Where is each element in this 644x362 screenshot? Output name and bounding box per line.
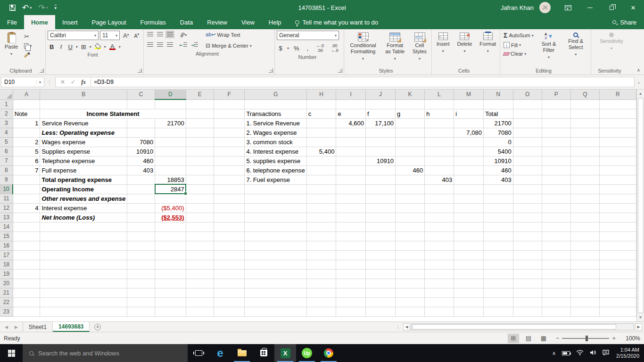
cell-C7[interactable]: 460 — [127, 156, 155, 165]
cell-C6[interactable]: 10910 — [127, 147, 155, 156]
cell-B22[interactable] — [40, 297, 127, 307]
cell-G4[interactable]: 2. Wages expense — [245, 128, 306, 137]
cell-K8[interactable]: 460 — [396, 165, 425, 175]
row-header-20[interactable]: 20 — [0, 279, 13, 288]
cell-R23[interactable] — [599, 307, 636, 316]
cell-F19[interactable] — [214, 269, 245, 279]
cell-N18[interactable] — [483, 260, 513, 269]
increase-font-button[interactable]: A▴ — [121, 32, 131, 40]
cell-Q9[interactable] — [570, 175, 599, 184]
cell-L3[interactable] — [425, 118, 454, 128]
cell-O22[interactable] — [513, 297, 542, 307]
cell-C20[interactable] — [127, 279, 155, 288]
cell-I15[interactable] — [336, 231, 366, 241]
cell-F5[interactable] — [214, 137, 245, 147]
decrease-font-button[interactable]: A▾ — [132, 32, 141, 39]
cell-D21[interactable] — [155, 288, 186, 297]
cell-L19[interactable] — [425, 269, 454, 279]
cell-R6[interactable] — [599, 147, 636, 156]
cell-I17[interactable] — [336, 250, 366, 260]
scroll-up-button[interactable]: ▲ — [637, 90, 644, 98]
cell-K14[interactable] — [396, 222, 425, 231]
row-header-1[interactable]: 1 — [0, 99, 13, 109]
cell-H2[interactable]: c — [306, 109, 336, 118]
font-color-button[interactable]: A — [107, 43, 117, 50]
cell-I5[interactable] — [336, 137, 366, 147]
store-taskbar-button[interactable] — [253, 344, 274, 362]
cell-M5[interactable] — [454, 137, 484, 147]
cell-N3[interactable]: 21700 — [483, 118, 513, 128]
cell-R10[interactable] — [599, 184, 636, 194]
tab-data[interactable]: Data — [173, 15, 200, 29]
font-size-select[interactable]: 11▾ — [100, 31, 120, 40]
cell-N7[interactable]: 10910 — [483, 156, 513, 165]
cell-M14[interactable] — [454, 222, 484, 231]
cell-A21[interactable] — [13, 288, 40, 297]
cell-O23[interactable] — [513, 307, 542, 316]
zoom-level[interactable]: 100% — [622, 335, 640, 342]
cell-R15[interactable] — [599, 231, 636, 241]
cell-E8[interactable] — [186, 165, 214, 175]
undo-button[interactable]: ↶▾ — [22, 4, 32, 12]
cell-G13[interactable] — [245, 213, 306, 222]
cell-Q19[interactable] — [570, 269, 599, 279]
cell-G2[interactable]: Transactions — [245, 109, 306, 118]
cell-M11[interactable] — [454, 194, 484, 203]
cell-L2[interactable]: h — [425, 109, 454, 118]
cell-K22[interactable] — [396, 297, 425, 307]
row-header-19[interactable]: 19 — [0, 269, 13, 279]
cell-I4[interactable] — [336, 128, 366, 137]
cell-J6[interactable] — [366, 147, 396, 156]
cell-H3[interactable] — [306, 118, 336, 128]
cell-O8[interactable] — [513, 165, 542, 175]
cell-P20[interactable] — [542, 279, 570, 288]
cell-A23[interactable] — [13, 307, 40, 316]
cell-N13[interactable] — [483, 213, 513, 222]
column-header-M[interactable]: M — [454, 90, 484, 99]
cell-E6[interactable] — [186, 147, 214, 156]
tab-insert[interactable]: Insert — [55, 15, 85, 29]
cell-A12[interactable]: 4 — [13, 203, 40, 213]
zoom-slider[interactable] — [562, 338, 609, 339]
cell-Q6[interactable] — [570, 147, 599, 156]
cell-styles-button[interactable]: Cell Styles ▾ — [410, 31, 429, 64]
cell-D11[interactable] — [155, 194, 186, 203]
cell-C1[interactable] — [127, 99, 155, 109]
cell-H5[interactable] — [306, 137, 336, 147]
row-header-11[interactable]: 11 — [0, 194, 13, 203]
horizontal-scrollbar[interactable] — [411, 323, 634, 330]
cell-H12[interactable] — [306, 203, 336, 213]
cell-D15[interactable] — [155, 231, 186, 241]
cell-H9[interactable] — [306, 175, 336, 184]
cell-J16[interactable] — [366, 241, 396, 250]
column-header-N[interactable]: N — [483, 90, 513, 99]
cell-K15[interactable] — [396, 231, 425, 241]
cell-D23[interactable] — [155, 307, 186, 316]
cell-P19[interactable] — [542, 269, 570, 279]
cell-A13[interactable] — [13, 213, 40, 222]
tab-review[interactable]: Review — [200, 15, 234, 29]
tell-me-box[interactable]: Tell me what you want to do — [289, 15, 385, 29]
cell-G20[interactable] — [245, 279, 306, 288]
tray-expand-icon[interactable]: ∧ — [552, 350, 556, 356]
column-header-K[interactable]: K — [396, 90, 425, 99]
cell-I13[interactable] — [336, 213, 366, 222]
cell-L4[interactable] — [425, 128, 454, 137]
cell-G23[interactable] — [245, 307, 306, 316]
column-header-Q[interactable]: Q — [570, 90, 599, 99]
cell-R12[interactable] — [599, 203, 636, 213]
cell-G9[interactable]: 7. Fuel expense — [245, 175, 306, 184]
restore-button[interactable] — [601, 0, 622, 15]
cell-E18[interactable] — [186, 260, 214, 269]
cell-O1[interactable] — [513, 99, 542, 109]
cell-A5[interactable]: 2 — [13, 137, 40, 147]
cell-M12[interactable] — [454, 203, 484, 213]
cell-J8[interactable] — [366, 165, 396, 175]
cell-L18[interactable] — [425, 260, 454, 269]
cell-P6[interactable] — [542, 147, 570, 156]
cell-H19[interactable] — [306, 269, 336, 279]
conditional-formatting-button[interactable]: Conditional Formatting ▾ — [346, 31, 380, 64]
cell-C17[interactable] — [127, 250, 155, 260]
cell-E1[interactable] — [186, 99, 214, 109]
cell-K2[interactable]: g — [396, 109, 425, 118]
